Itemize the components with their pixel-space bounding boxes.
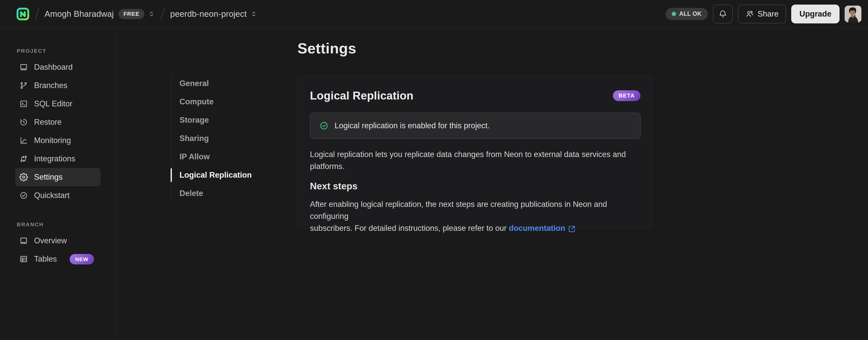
settings-nav-ip-allow[interactable]: IP Allow: [172, 148, 278, 166]
settings-nav-logical-replication[interactable]: Logical Replication: [172, 166, 278, 184]
sidebar-item-tables[interactable]: Tables NEW: [15, 250, 100, 268]
settings-nav-general[interactable]: General: [172, 74, 278, 93]
beta-badge: BETA: [613, 90, 641, 101]
sidebar-item-overview[interactable]: Overview: [15, 232, 100, 250]
sidebar: PROJECT Dashboard Branches: [0, 28, 117, 340]
sidebar-item-quickstart[interactable]: Quickstart: [15, 186, 100, 205]
breadcrumb-org-name[interactable]: Amogh Bharadwaj: [44, 9, 114, 19]
steps-line-prefix: subscribers. For detailed instructions, …: [310, 224, 509, 233]
sidebar-item-integrations[interactable]: Integrations: [15, 150, 100, 168]
page-title: Settings: [298, 40, 356, 57]
description-line: platforms.: [310, 160, 641, 172]
sidebar-item-label: Monitoring: [34, 136, 71, 145]
check-circle-icon: [19, 191, 28, 200]
sidebar-item-branches[interactable]: Branches: [15, 76, 100, 95]
sql-editor-icon: [19, 100, 28, 108]
sidebar-section-project: PROJECT: [17, 48, 117, 54]
breadcrumb-slash: [160, 8, 165, 20]
tables-grid-icon: [19, 255, 28, 263]
settings-nav-sharing[interactable]: Sharing: [172, 129, 278, 148]
topbar-actions: ALL OK Share Upgrade: [665, 5, 861, 23]
sidebar-item-label: Settings: [34, 173, 63, 182]
sidebar-item-restore[interactable]: Restore: [15, 113, 100, 131]
sidebar-item-label: Branches: [34, 81, 67, 90]
upgrade-button[interactable]: Upgrade: [791, 5, 839, 23]
bell-icon: [718, 10, 727, 18]
topbar: Amogh Bharadwaj FREE peerdb-neon-project…: [0, 0, 868, 28]
settings-nav-delete[interactable]: Delete: [172, 184, 278, 203]
restore-history-icon: [19, 118, 28, 126]
upgrade-button-label: Upgrade: [799, 9, 831, 19]
card-title: Logical Replication: [310, 89, 413, 102]
sidebar-item-monitoring[interactable]: Monitoring: [15, 131, 100, 150]
sidebar-item-label: SQL Editor: [34, 99, 72, 108]
gear-icon: [19, 173, 28, 181]
notifications-button[interactable]: [713, 5, 733, 23]
description-line: Logical replication lets you replicate d…: [310, 148, 641, 160]
external-link-icon: [568, 225, 576, 233]
documentation-link-label: documentation: [509, 222, 565, 234]
success-alert: Logical replication is enabled for this …: [310, 113, 641, 139]
neon-logo-icon[interactable]: [16, 7, 30, 21]
sidebar-item-label: Integrations: [34, 154, 75, 163]
overview-window-icon: [19, 236, 28, 245]
status-label: ALL OK: [679, 10, 702, 17]
new-badge: NEW: [70, 254, 94, 264]
next-steps-paragraph: After enabling logical replication, the …: [310, 198, 641, 234]
sidebar-item-label: Tables: [34, 254, 57, 264]
active-indicator: [170, 168, 172, 182]
sidebar-item-dashboard[interactable]: Dashboard: [15, 58, 100, 76]
project-switcher-caret-sort-icon[interactable]: [250, 10, 257, 18]
dashboard-icon: [19, 63, 28, 72]
next-steps-title: Next steps: [310, 181, 641, 192]
steps-line: After enabling logical replication, the …: [310, 198, 641, 222]
steps-line: subscribers. For detailed instructions, …: [310, 222, 641, 234]
breadcrumb-slash: [35, 8, 39, 20]
main-content: Settings General Compute Storage Sharing…: [117, 28, 868, 340]
logical-replication-card: Logical Replication BETA Logical replica…: [298, 76, 653, 229]
sidebar-item-settings[interactable]: Settings: [15, 168, 100, 186]
monitoring-chart-icon: [19, 136, 28, 145]
sidebar-section-branch: BRANCH: [17, 221, 117, 228]
breadcrumb-project-name[interactable]: peerdb-neon-project: [170, 9, 247, 19]
sidebar-item-sql-editor[interactable]: SQL Editor: [15, 95, 100, 113]
settings-nav: General Compute Storage Sharing IP Allow…: [171, 74, 278, 203]
status-badge[interactable]: ALL OK: [665, 8, 708, 20]
share-button[interactable]: Share: [738, 5, 786, 23]
success-alert-text: Logical replication is enabled for this …: [335, 121, 490, 130]
status-dot-icon: [672, 12, 676, 16]
integrations-icon: [19, 154, 28, 163]
success-check-circle-icon: [319, 121, 329, 130]
sidebar-item-label: Restore: [34, 118, 62, 127]
sidebar-item-label: Dashboard: [34, 63, 73, 72]
share-users-icon: [745, 10, 754, 18]
settings-nav-storage[interactable]: Storage: [172, 111, 278, 129]
avatar[interactable]: [845, 6, 861, 22]
org-switcher-caret-sort-icon[interactable]: [148, 10, 155, 18]
sidebar-item-label: Quickstart: [34, 191, 70, 200]
share-button-label: Share: [758, 9, 779, 19]
settings-nav-label: Logical Replication: [180, 171, 252, 180]
description-paragraph: Logical replication lets you replicate d…: [310, 148, 641, 172]
settings-nav-compute[interactable]: Compute: [172, 93, 278, 111]
plan-badge: FREE: [119, 9, 145, 19]
git-branch-icon: [19, 81, 28, 90]
documentation-link[interactable]: documentation: [509, 222, 576, 234]
sidebar-item-label: Overview: [34, 236, 67, 245]
